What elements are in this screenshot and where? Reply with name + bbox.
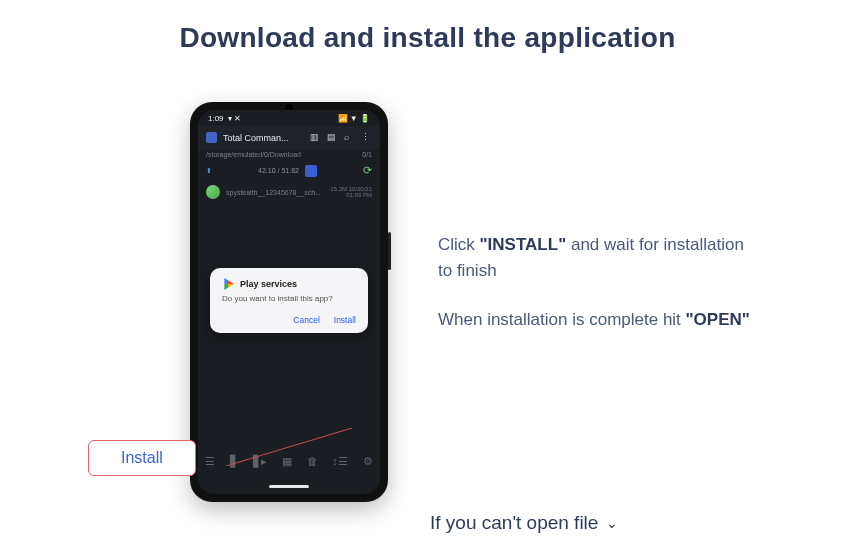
apk-icon <box>206 185 220 199</box>
install-callout-label: Install <box>88 440 196 476</box>
instruction-line-2: When installation is complete hit "OPEN" <box>438 307 758 333</box>
sort-icon: ↕☰ <box>332 455 348 468</box>
copy-icon: ▋ <box>230 455 238 468</box>
search-icon: ⌕ <box>344 132 355 143</box>
tools-icon: ⚙ <box>363 455 373 468</box>
app-header: Total Comman... ▥ ▤ ⌕ ⋮ <box>198 126 380 149</box>
home-icon <box>305 165 317 177</box>
dialog-body: Do you want to install this app? <box>222 294 356 303</box>
dialog-title: Play services <box>240 279 297 289</box>
play-services-icon <box>222 278 234 290</box>
chevron-down-icon: ⌄ <box>606 515 618 531</box>
status-indicators-left: ▾ ✕ <box>228 114 241 123</box>
app-title: Total Comman... <box>223 133 289 143</box>
bottom-toolbar: ☰ ▋ ▋▸ ▦ 🗑 ↕☰ ⚙ <box>198 450 380 472</box>
up-icon: ⬆ <box>206 167 212 175</box>
dialog-cancel-button[interactable]: Cancel <box>293 315 319 325</box>
file-name: spystealth__12345678__sch... <box>226 189 321 196</box>
phone-mock: 1:09 ▾ ✕ 📶 ▼ 🔋 Total Comman... ▥ ▤ ⌕ ⋮ /… <box>190 102 388 502</box>
status-indicators-right: 📶 ▼ 🔋 <box>338 114 370 123</box>
move-icon: ▋▸ <box>253 455 267 468</box>
file-meta: 15.2M 10/20/21 01:09 PM <box>327 186 372 198</box>
delete-icon: 🗑 <box>307 455 318 467</box>
select-icon: ☰ <box>205 455 215 468</box>
view-icon: ▤ <box>327 132 338 143</box>
home-indicator <box>269 485 309 488</box>
instructions: Click "INSTALL" and wait for installatio… <box>438 102 758 502</box>
install-dialog: Play services Do you want to install thi… <box>210 268 368 333</box>
file-row: spystealth__12345678__sch... 15.2M 10/20… <box>198 181 380 203</box>
menu-icon: ⋮ <box>361 132 372 143</box>
status-time: 1:09 <box>208 114 224 123</box>
cant-open-file-toggle[interactable]: If you can't open file ⌄ <box>430 512 618 534</box>
path-text: /storage/emulated/0/Download <box>206 151 301 158</box>
instruction-line-1: Click "INSTALL" and wait for installatio… <box>438 232 758 285</box>
folder-icon: ▥ <box>310 132 321 143</box>
size-text: 42.10 / 51.82 <box>258 167 299 174</box>
zip-icon: ▦ <box>282 455 292 468</box>
path-count: 0/1 <box>362 151 372 158</box>
page-title: Download and install the application <box>0 0 855 54</box>
dialog-install-button[interactable]: Install <box>334 315 356 325</box>
app-icon <box>206 132 217 143</box>
status-bar: 1:09 ▾ ✕ 📶 ▼ 🔋 <box>198 110 380 126</box>
refresh-icon: ⟳ <box>363 164 372 177</box>
accordion-label: If you can't open file <box>430 512 598 534</box>
